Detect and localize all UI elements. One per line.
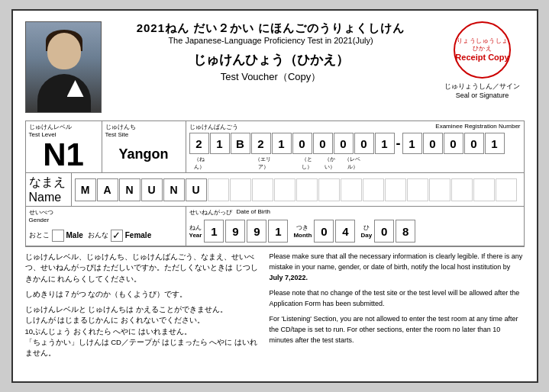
main-grid: じゅけんレベル Test Level N1 じゅけんち Test Site Ya… — [25, 120, 525, 247]
name-box — [429, 178, 451, 201]
photo-head — [47, 33, 81, 69]
site-label-en: Test Site — [105, 131, 182, 138]
dob-section: ひDay08 — [360, 220, 415, 243]
dob-digit-box: 0 — [374, 220, 394, 243]
row1: じゅけんレベル Test Level N1 じゅけんち Test Site Ya… — [26, 121, 524, 173]
male-jp: おとこ — [29, 230, 50, 240]
regnum-digit: 1 — [375, 133, 395, 154]
notice-left-p3-3: 10ぷんじょう おくれたら へやに はいれません。 — [25, 327, 192, 336]
regnum-digit: 2 — [251, 133, 271, 154]
notice-left-p3-2: しけんが はじまるじかんに おくれないでください。 — [25, 316, 205, 324]
name-label-jp: なまえ — [29, 175, 68, 191]
photo-collar — [67, 80, 84, 97]
name-box — [230, 178, 251, 201]
dob-digit-box: 4 — [335, 220, 355, 243]
dob-en-label: Year — [189, 232, 202, 239]
name-box — [407, 178, 428, 201]
dob-header: せいねんがっぴ Date of Birth — [189, 208, 521, 217]
female-checkbox[interactable]: ✓ — [111, 230, 123, 242]
right-notice: Please make sure that all the necessary … — [270, 252, 525, 363]
gender-label-jp: せいべつ — [29, 208, 182, 217]
right-notice-p1: Please make sure that all the necessary … — [270, 252, 525, 284]
level-value: N1 — [29, 138, 98, 171]
name-box: N — [119, 178, 140, 201]
name-box: M — [75, 178, 96, 201]
name-box: N — [163, 178, 185, 201]
dob-digit-box: 8 — [396, 220, 415, 243]
receipt-circle: りょうしゅうしょひかえ Receipt Copy — [454, 21, 511, 79]
dob-label-en: Date of Birth — [237, 208, 270, 217]
dob-digit-box: 9 — [247, 220, 266, 243]
name-box — [252, 178, 273, 201]
right-notice-p3: For 'Listening' Section, you are not all… — [270, 314, 525, 346]
name-box: U — [186, 178, 207, 201]
dob-digit-box: 9 — [225, 220, 245, 243]
seal-en: Seal or Signature — [441, 92, 525, 99]
header-section: 2021ねん だい２かい にほんごのうりょくしけん The Japanese-L… — [25, 21, 525, 113]
name-box — [473, 178, 495, 201]
name-box — [341, 178, 362, 201]
title-en: The Japanese-Language Proficiency Test i… — [109, 36, 433, 45]
regnum-boxes: 21B2100001-10001 — [189, 133, 521, 154]
photo-person — [26, 22, 101, 112]
regnum-digit: 1 — [210, 133, 230, 154]
header-center: 2021ねん だい２かい にほんごのうりょくしけん The Japanese-L… — [102, 21, 441, 84]
dob-section-label: ひDay — [360, 223, 372, 239]
regnum-digit: 1 — [272, 133, 292, 154]
male-en: Male — [66, 231, 83, 239]
name-box — [274, 178, 295, 201]
name-box — [451, 178, 473, 201]
regnum-label-jp: じゅけんばんごう — [189, 123, 238, 131]
dob-fields: ねんYear1991つきMonth04ひDay08 — [189, 218, 521, 244]
regnum-digit: 2 — [189, 133, 209, 154]
dob-section-label: つきMonth — [293, 223, 312, 239]
cell-test-site: じゅけんち Test Site Yangon — [102, 121, 186, 172]
name-box: A — [97, 178, 118, 201]
row3-gender-dob: せいべつ Gender おとこ Male おんな ✓ Female — [26, 207, 524, 246]
row2-name: なまえ Name MANUNU — [26, 173, 524, 207]
site-value: Yangon — [105, 138, 182, 171]
dob-jp-label: ひ — [363, 223, 370, 232]
female-en: Female — [125, 231, 151, 239]
name-label-en: Name — [29, 191, 68, 204]
cell-gender: せいべつ Gender おとこ Male おんな ✓ Female — [26, 207, 186, 246]
regnum-digit: 1 — [402, 133, 422, 154]
dob-section: ねんYear1991 — [189, 220, 289, 243]
dob-jp-label: つき — [296, 223, 308, 232]
regnum-digit: 0 — [444, 133, 463, 154]
notice-left-p3-1: じゅけんレベルと じゅけんちは かえることができません。 — [25, 305, 228, 313]
voucher-en: Test Voucher（Copy） — [109, 70, 433, 84]
regnum-digit: 1 — [485, 133, 505, 154]
regnum-header: じゅけんばんごう Examinee Registration Number — [189, 123, 521, 131]
dob-jp-label: ねん — [189, 223, 202, 232]
male-checkbox[interactable] — [52, 230, 64, 242]
regnum-label-en: Examinee Registration Number — [435, 123, 520, 131]
regnum-digit: 0 — [334, 133, 354, 154]
name-box — [208, 178, 229, 201]
photo-body — [37, 74, 91, 112]
female-jp: おんな — [88, 230, 108, 240]
seal-jp: じゅりょうしん／サイン — [441, 82, 525, 92]
notice-left-p3-4: 「ちょうかい」しけんは CD／テープが はじまったら へやに はいれません。 — [25, 338, 257, 357]
cell-name-boxes: MANUNU — [72, 173, 524, 206]
dob-section: つきMonth04 — [293, 220, 355, 243]
title-jp: 2021ねん だい２かい にほんごのうりょくしけん — [109, 21, 433, 36]
right-notice-p2: Please note that no change of the test s… — [270, 288, 525, 310]
dob-section-label: ねんYear — [189, 223, 202, 239]
header-right: りょうしゅうしょひかえ Receipt Copy じゅりょうしん／サイン Sea… — [441, 21, 525, 99]
site-label-jp: じゅけんち — [105, 123, 182, 131]
dob-digit-box: 1 — [268, 220, 288, 243]
regnum-separator: - — [396, 136, 402, 152]
regnum-digit: 0 — [423, 133, 443, 154]
left-notice: じゅけんレベル、じゅけんち、じゅけんばんごう、なまえ、せいべつ、せいねんがっぴは… — [25, 252, 262, 363]
regnum-digit: 0 — [292, 133, 312, 154]
notice-left-p1: じゅけんレベル、じゅけんち、じゅけんばんごう、なまえ、せいべつ、せいねんがっぴは… — [25, 252, 262, 284]
voucher-jp: じゅけんひょう（ひかえ） — [109, 51, 433, 69]
dob-en-label: Day — [360, 232, 372, 239]
name-box — [318, 178, 340, 201]
bottom-section: じゅけんレベル、じゅけんち、じゅけんばんごう、なまえ、せいべつ、せいねんがっぴは… — [25, 252, 525, 363]
notice-left-p3: じゅけんレベルと じゅけんちは かえることができません。 しけんが はじまるじか… — [25, 304, 262, 358]
gender-option-male: おとこ Male — [29, 230, 83, 242]
name-box — [363, 178, 384, 201]
cell-test-level: じゅけんレベル Test Level N1 — [26, 121, 102, 172]
